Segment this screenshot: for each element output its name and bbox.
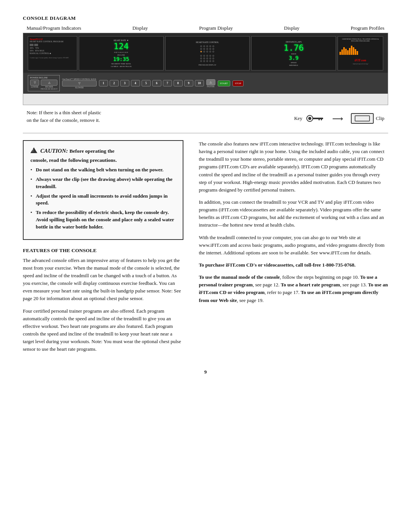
dot	[200, 48, 202, 50]
svg-point-1	[308, 117, 311, 120]
dot	[212, 60, 214, 62]
slower-label: SLOWER	[62, 86, 96, 89]
higher-btn[interactable]: △	[41, 80, 57, 86]
page-number: 9	[204, 369, 207, 375]
label-manual-program: Manual/Program Indicators	[27, 25, 81, 31]
dot-matrix-top	[200, 45, 215, 53]
clip-icon-inner	[355, 115, 370, 121]
btn-1[interactable]: 1	[99, 80, 108, 86]
btn-5[interactable]: 5	[142, 80, 151, 86]
diagram-notes: Note: If there is a thin sheet of plasti…	[23, 109, 388, 124]
profile-bar	[339, 52, 341, 55]
profile-bars	[339, 43, 381, 55]
label-display1: Display	[132, 25, 148, 31]
caution-item-3-text: Adjust the speed in small increments to …	[36, 193, 167, 206]
interactivity-label: · i n t e r a c t i v i t y ·	[339, 63, 381, 65]
caution-item-4: To reduce the possibility of electric sh…	[30, 209, 176, 231]
start-btn[interactable]: START	[218, 80, 230, 86]
caution-main-text: console, read the following precautions.	[30, 157, 176, 163]
heart-rate-display: HEART RATE ▼ 124 FAT CALS CALS INCLINE 1…	[79, 36, 164, 70]
console-left-panel: TargetPULSE HEART RATE CONTROL PROGRAM 3…	[28, 36, 77, 70]
lower-label: LOWER	[30, 86, 39, 88]
svg-rect-4	[321, 118, 322, 120]
profile-bar	[343, 47, 345, 55]
clip-group: Clip	[351, 113, 384, 124]
dot	[209, 58, 211, 59]
key-group: Key	[294, 114, 325, 123]
btn-9[interactable]: 9	[184, 80, 193, 86]
col-left: CAUTION: Before operating the console, r…	[23, 140, 183, 358]
note-line2: on the face of the console, remove it.	[27, 117, 100, 123]
dot	[203, 58, 205, 59]
arrow-connector: ⟶	[332, 114, 343, 123]
caution-item-1: Do not stand on the walking belt when tu…	[30, 166, 176, 174]
distance-speed-display: DISTANCE LAPS 1.76 KM/H 3.9 SPEED MIN/MI…	[251, 36, 336, 70]
profile-bar	[353, 47, 354, 55]
power-incline-label: POWER INCLINE	[30, 77, 57, 79]
dot	[206, 60, 208, 62]
key-svg	[306, 114, 325, 123]
diagram-labels-row: Manual/Program Indicators Display Progra…	[23, 25, 388, 31]
faster-btn[interactable]: △	[206, 79, 215, 85]
caution-subtitle: Before operating the	[70, 148, 115, 154]
speed-value: 3.9	[289, 55, 298, 61]
heart-rate-value: 124	[113, 42, 129, 51]
distance-laps-label: DISTANCE LAPS	[286, 41, 302, 43]
dot	[209, 60, 211, 62]
key-clip-row: Key ⟶ Clip	[294, 113, 384, 124]
btn-7[interactable]: 7	[163, 80, 172, 86]
dot-active	[200, 51, 202, 53]
dot	[200, 60, 202, 62]
btn-3[interactable]: 3	[120, 80, 129, 86]
features-para-2: Four certified personal trainer programs…	[23, 307, 183, 353]
caution-item-2: Always wear the clip (see the drawing ab…	[30, 176, 176, 190]
key-label: Key	[294, 115, 303, 121]
caution-box: CAUTION: Before operating the console, r…	[23, 140, 183, 240]
certified-label: CERTIFIED PERSONAL TRAINER SPEED & INCLI…	[339, 38, 381, 42]
profile-bar	[347, 50, 349, 55]
caution-item-1-text: Do not stand on the walking belt when tu…	[36, 167, 163, 173]
slower-btn-group: OneTouch™ SPEED CONTROL M.P.H. ▽ SLOWER	[62, 78, 96, 89]
ifit-logo: iFIT.com	[339, 59, 381, 62]
fatcals-label: FAT CALS CALS	[114, 51, 128, 53]
stop-btn[interactable]: STOP	[233, 80, 244, 86]
btn-4[interactable]: 4	[131, 80, 140, 86]
power-incline-box: POWER INCLINE ▽ LOWER △ HIGHER PROGRAM S…	[28, 75, 60, 91]
faster-btn-group: △ FASTER	[206, 79, 215, 88]
caution-title: CAUTION:	[40, 148, 68, 154]
slower-btn[interactable]: ▽	[62, 80, 96, 86]
clip-label: Clip	[376, 115, 384, 121]
manual-mode-bold: To use the manual mode of the console	[199, 274, 280, 280]
lower-btn-group: ▽ LOWER	[30, 80, 39, 90]
dot-matrix-mid	[200, 55, 215, 62]
label-program-display: Program Display	[199, 25, 233, 31]
note-line1: Note: If there is a thin sheet of plasti…	[27, 110, 101, 115]
btn-10[interactable]: 10	[195, 80, 204, 86]
program-display: HEART RATE CONTROL	[165, 36, 250, 70]
program-select-label: PROGRAM SELECT	[41, 88, 57, 90]
btn-2[interactable]: 2	[110, 80, 119, 86]
dot	[203, 51, 205, 53]
profile-bar	[341, 50, 343, 55]
heart-rate-bold: To use a heart rate program	[281, 282, 340, 288]
console-bottom-panel: POWER INCLINE ▽ LOWER △ HIGHER PROGRAM S…	[23, 73, 388, 94]
caution-item-3: Adjust the speed in small increments to …	[30, 193, 176, 207]
left-panel-warning: 1 enter age 2 wear pulse chest strap 3 p…	[30, 57, 75, 59]
console-image: TargetPULSE HEART RATE CONTROL PROGRAM 3…	[23, 33, 388, 105]
lower-btn[interactable]: ▽	[30, 80, 39, 86]
btn-6[interactable]: 6	[152, 80, 161, 86]
caution-header: CAUTION: Before operating the	[30, 147, 176, 154]
profile-bar	[357, 51, 358, 55]
btn-8[interactable]: 8	[174, 80, 183, 86]
svg-rect-3	[319, 118, 320, 120]
dot	[203, 45, 205, 47]
program-display-label: PROGRAM DISPLAY	[199, 64, 217, 66]
purchase-bold: To purchase iFIT.com CD's or videocasset…	[199, 262, 355, 268]
left-panel-text: HEART RATE CONTROL PROGRAM 30% 70% 50% 8…	[30, 40, 75, 55]
caution-item-4-text: To reduce the possibility of electric sh…	[36, 209, 174, 230]
quarter-mile-label: 1/4 MILE / 400 M TRACK	[111, 66, 132, 67]
dot	[203, 55, 205, 57]
dot	[200, 55, 202, 57]
console-diagram-title: CONSOLE DIAGRAM	[23, 15, 388, 21]
segment-time-label: SEGMENT TIME M.P.H.	[111, 63, 131, 65]
